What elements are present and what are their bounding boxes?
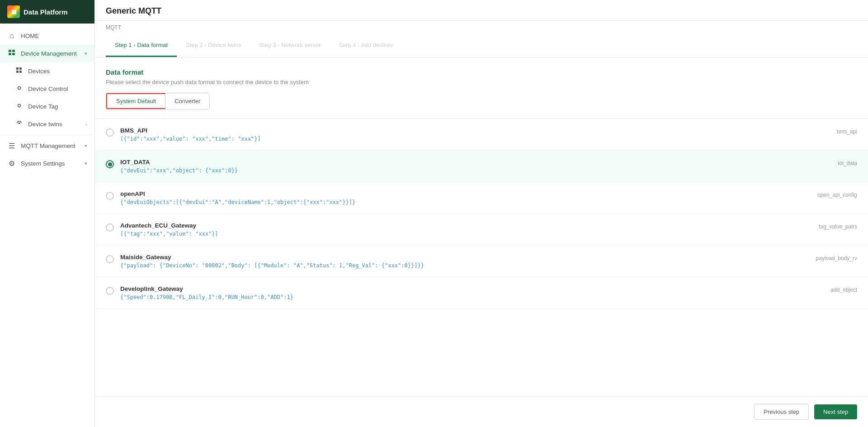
page-title: Generic MQTT: [106, 6, 857, 16]
format-code-bms-api: [{"id":"xxx","value": "xxx","time": "xxx…: [120, 136, 828, 142]
format-key-iot-data: iot_data: [829, 159, 857, 166]
format-code-iot-data: {"devEui":"xxx","object": {"xxx":0}}: [120, 167, 829, 174]
format-code-maiside: {"payload": {"DeviceNo": "00002","Body":…: [120, 262, 807, 269]
svg-rect-0: [9, 50, 11, 52]
format-code-developlink: {"Speed":0.17908,"FL_Daily_I":0,"RUN_Hou…: [120, 294, 821, 300]
step-tab-2[interactable]: Step 2 - Device twins: [177, 34, 250, 57]
format-item-content-maiside: Maiside_Gateway {"payload": {"DeviceNo":…: [120, 254, 807, 269]
sidebar-item-devices[interactable]: Devices: [0, 62, 94, 80]
device-management-icon: [7, 49, 16, 58]
svg-point-10: [18, 123, 20, 124]
format-item-iot-data[interactable]: IOT_DATA {"devEui":"xxx","object": {"xxx…: [95, 151, 868, 182]
radio-open-api[interactable]: [106, 192, 114, 200]
radio-bms-api[interactable]: [106, 128, 114, 137]
svg-rect-4: [16, 67, 19, 70]
format-item-developlink[interactable]: Developlink_Gateway {"Speed":0.17908,"FL…: [95, 277, 868, 309]
sidebar-item-label: System Settings: [21, 160, 65, 167]
format-item-content-open-api: openAPI {"devEuiObjects":[{"devEui":"A",…: [120, 190, 808, 205]
sidebar-item-label: Device twins: [28, 121, 62, 128]
sidebar-item-label: Device Control: [28, 85, 68, 92]
next-step-button[interactable]: Next step: [814, 404, 857, 419]
svg-rect-2: [9, 53, 11, 55]
sidebar-item-label: MQTT Management: [21, 142, 75, 149]
sidebar-item-mqtt-management[interactable]: ☰ MQTT Management ▾: [0, 137, 94, 155]
format-item-content-iot-data: IOT_DATA {"devEui":"xxx","object": {"xxx…: [120, 159, 829, 174]
format-item-content-bms-api: BMS_API [{"id":"xxx","value": "xxx","tim…: [120, 127, 828, 142]
chevron-down-icon: ▾: [85, 161, 87, 166]
sidebar-item-home[interactable]: ⌂ HOME: [0, 27, 94, 44]
svg-rect-5: [19, 67, 22, 70]
format-name-advantech: Advantech_ECU_Gateway: [120, 222, 810, 229]
format-name-bms-api: BMS_API: [120, 127, 828, 134]
format-key-advantech: tag_value_pairs: [810, 222, 857, 230]
step-tab-4[interactable]: Step 4 - Add devices: [330, 34, 402, 57]
divider: [0, 135, 94, 135]
footer: Previous step Next step: [95, 396, 868, 427]
devices-icon: [14, 67, 24, 76]
breadcrumb: MQTT: [95, 21, 868, 31]
system-settings-icon: ⚙: [7, 159, 16, 168]
format-name-open-api: openAPI: [120, 190, 808, 197]
form-section: Data format Please select the device pus…: [95, 57, 868, 119]
radio-maiside[interactable]: [106, 255, 114, 263]
chevron-down-icon: ▾: [85, 51, 87, 57]
format-code-open-api: {"devEuiObjects":[{"devEui":"A","deviceN…: [120, 199, 808, 205]
sub-tab-system-default[interactable]: System Default: [106, 93, 165, 109]
radio-iot-data[interactable]: [106, 160, 114, 168]
format-item-content-developlink: Developlink_Gateway {"Speed":0.17908,"FL…: [120, 285, 821, 300]
format-name-maiside: Maiside_Gateway: [120, 254, 807, 261]
format-name-developlink: Developlink_Gateway: [120, 285, 821, 292]
mqtt-icon: ☰: [7, 142, 16, 150]
sidebar-logo: ▦ Data Platform: [0, 0, 94, 24]
sub-tabs: System Default Converter: [106, 93, 210, 109]
format-key-developlink: add_object: [821, 285, 857, 293]
content-area: Step 1 - Data format Step 2 - Device twi…: [95, 31, 868, 396]
sidebar-item-label: HOME: [21, 33, 39, 39]
sidebar-item-label: Device Management: [21, 50, 77, 57]
svg-rect-7: [19, 71, 22, 73]
section-desc: Please select the device push data forma…: [106, 79, 857, 85]
device-control-icon: [14, 85, 24, 93]
sidebar-menu: ⌂ HOME Device Management ▾ Devices Devic…: [0, 24, 94, 427]
section-title: Data format: [106, 68, 857, 76]
step-tab-3[interactable]: Step 3 - Network server: [250, 34, 330, 57]
radio-advantech[interactable]: [106, 223, 114, 232]
sidebar: ▦ Data Platform ⌂ HOME Device Management…: [0, 0, 95, 427]
format-item-bms-api[interactable]: BMS_API [{"id":"xxx","value": "xxx","tim…: [95, 119, 868, 151]
svg-rect-6: [16, 71, 19, 73]
radio-developlink[interactable]: [106, 287, 114, 295]
format-item-content-advantech: Advantech_ECU_Gateway [{"tag":"xxx","val…: [120, 222, 810, 237]
sidebar-item-device-control[interactable]: Device Control: [0, 80, 94, 98]
sub-tab-converter[interactable]: Converter: [165, 93, 209, 109]
chevron-right-icon: ›: [85, 122, 87, 127]
format-list: BMS_API [{"id":"xxx","value": "xxx","tim…: [95, 119, 868, 309]
sidebar-item-label: Devices: [28, 68, 50, 75]
format-key-maiside: payload_body_rv: [807, 254, 857, 261]
format-item-maiside[interactable]: Maiside_Gateway {"payload": {"DeviceNo":…: [95, 246, 868, 277]
steps-bar: Step 1 - Data format Step 2 - Device twi…: [95, 31, 868, 57]
main-content: Generic MQTT MQTT Step 1 - Data format S…: [95, 0, 868, 427]
previous-step-button[interactable]: Previous step: [754, 404, 809, 420]
svg-rect-3: [12, 53, 15, 55]
logo-icon: ▦: [7, 5, 20, 18]
step-tab-1[interactable]: Step 1 - Data format: [106, 34, 177, 57]
format-name-iot-data: IOT_DATA: [120, 159, 829, 166]
svg-rect-1: [12, 50, 15, 52]
app-title: Data Platform: [24, 8, 68, 16]
format-code-advantech: [{"tag":"xxx","value": "xxx"}]: [120, 231, 810, 237]
sidebar-item-system-settings[interactable]: ⚙ System Settings ▾: [0, 155, 94, 172]
main-header: Generic MQTT: [95, 0, 868, 21]
device-twins-icon: [14, 120, 24, 128]
chevron-down-icon: ▾: [85, 143, 87, 149]
format-key-open-api: open_api_config: [808, 190, 857, 198]
svg-point-9: [18, 104, 20, 107]
sidebar-item-device-tag[interactable]: Device Tag: [0, 98, 94, 115]
home-icon: ⌂: [7, 32, 16, 40]
svg-point-8: [18, 87, 20, 90]
format-key-bms-api: bms_api: [828, 127, 857, 135]
sidebar-item-device-management[interactable]: Device Management ▾: [0, 44, 94, 62]
device-tag-icon: [14, 102, 24, 111]
sidebar-item-device-twins[interactable]: Device twins ›: [0, 115, 94, 133]
format-item-open-api[interactable]: openAPI {"devEuiObjects":[{"devEui":"A",…: [95, 182, 868, 214]
format-item-advantech[interactable]: Advantech_ECU_Gateway [{"tag":"xxx","val…: [95, 214, 868, 246]
